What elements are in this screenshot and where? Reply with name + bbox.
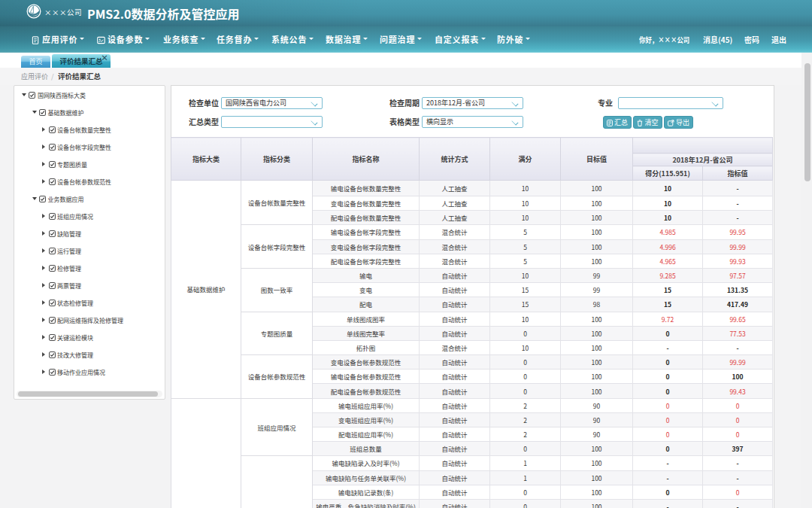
tree-node[interactable]: 基础数据维护 [14, 104, 165, 121]
tree-panel: 国网陕西指标大类 基础数据维护 设备台帐数量完整性 设备台帐字段完整性 专题图质… [14, 85, 165, 400]
tree-node[interactable]: 设备台帐参数规范性 [14, 173, 165, 190]
result-table: 指标大类指标分类指标名称统计方式 满分目标值 2018年12月-省公司 得分(1… [171, 137, 773, 508]
tree-node[interactable]: 专题图质量 [14, 156, 165, 173]
tree-node[interactable]: 国网陕西指标大类 [14, 87, 165, 104]
tab-bar: 首页 评价结果汇总× [0, 53, 812, 68]
sel-table-type[interactable]: 横向显示 [422, 116, 523, 128]
tree-node[interactable]: 缺陷管理 [14, 225, 165, 242]
main-panel: 检查单位 国网陕西省电力公司 检查周期 2018年12月-省公司 专业 汇总类型… [171, 85, 774, 508]
tree-node[interactable]: 班组应用情况 [14, 208, 165, 225]
tab-home[interactable]: 首页 [21, 56, 50, 68]
sel-period[interactable]: 2018年12月-省公司 [422, 97, 523, 109]
sel-unit[interactable]: 国网陕西省电力公司 [221, 97, 323, 109]
pms-data-analysis-app: ×××公司 PMS2.0数据分析及管控应用 应用评价 设备参数 业务核查 任务督… [0, 0, 812, 508]
tree-node[interactable]: 配网运维指挥及抢修管理 [14, 312, 165, 329]
page-scrollbar [801, 53, 812, 508]
tree-node[interactable]: 移动作业应用情况 [14, 364, 165, 381]
tree-node[interactable]: 业务数据应用 [14, 190, 165, 208]
btn-export[interactable]: 导出 [664, 116, 693, 129]
top-header: ×××公司 PMS2.0数据分析及管控应用 [0, 0, 812, 26]
btn-clear[interactable]: 清空 [633, 116, 662, 129]
tree-node[interactable]: 两票管理 [14, 277, 165, 294]
brand: ×××公司 [26, 4, 41, 19]
tree-node[interactable]: 设备台帐数量完整性 [14, 121, 165, 138]
sel-sum-type[interactable] [221, 116, 323, 128]
messages[interactable]: 消息(45) [703, 26, 732, 53]
btn-summary[interactable]: 汇总 [603, 116, 632, 129]
tab-active[interactable]: 评价结果汇总× [52, 54, 111, 68]
tree-node[interactable]: 运行管理 [14, 242, 165, 260]
greeting: 你好，×××公司 [639, 26, 689, 53]
tree-node[interactable]: 关键运检模块 [14, 329, 165, 346]
breadcrumb: 应用评价/评价结果汇总 [0, 68, 812, 85]
tree-node[interactable]: 检修管理 [14, 260, 165, 277]
logout[interactable]: 退出 [771, 26, 786, 53]
tree-node[interactable]: 技改大修管理 [14, 346, 165, 364]
app-title: PMS2.0数据分析及管控应用 [87, 5, 239, 23]
tree-node[interactable]: 状态检修管理 [14, 294, 165, 312]
password[interactable]: 密码 [744, 26, 759, 53]
tree-scrollbar [17, 391, 162, 397]
sel-major[interactable] [618, 97, 723, 109]
tree-node[interactable]: 设备台帐字段完整性 [14, 138, 165, 156]
main-nav: 应用评价 设备参数 业务核查 任务督办 系统公告 数据治理 问题治理 自定义报表… [0, 26, 812, 53]
